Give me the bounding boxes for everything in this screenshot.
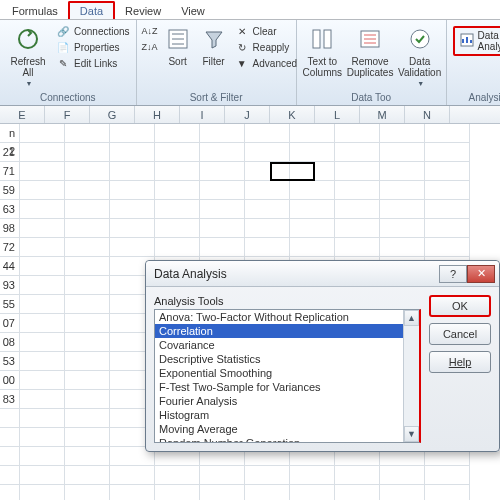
cell[interactable] (245, 143, 290, 162)
cell[interactable] (290, 219, 335, 238)
cell[interactable] (0, 409, 20, 428)
remove-duplicates-button[interactable]: Remove Duplicates (348, 24, 392, 78)
cell[interactable] (110, 162, 155, 181)
cell[interactable]: 59 (0, 181, 20, 200)
cell[interactable] (20, 466, 65, 485)
cancel-button[interactable]: Cancel (429, 323, 491, 345)
data-validation-button[interactable]: Data Validation ▼ (398, 24, 441, 87)
list-item[interactable]: Covariance (155, 338, 419, 352)
edit-links-button[interactable]: ✎Edit Links (56, 56, 130, 70)
cell[interactable] (155, 181, 200, 200)
cell[interactable] (290, 143, 335, 162)
list-item[interactable]: Random Number Generation (155, 436, 419, 443)
cell[interactable] (380, 124, 425, 143)
ok-button[interactable]: OK (429, 295, 491, 317)
scroll-down-icon[interactable]: ▼ (404, 426, 419, 442)
cell[interactable] (155, 466, 200, 485)
cell[interactable] (110, 143, 155, 162)
cell[interactable] (65, 390, 110, 409)
cell[interactable] (245, 466, 290, 485)
cell[interactable] (65, 257, 110, 276)
cell[interactable] (20, 143, 65, 162)
list-item[interactable]: F-Test Two-Sample for Variances (155, 380, 419, 394)
cell[interactable] (425, 162, 470, 181)
connections-button[interactable]: 🔗Connections (56, 24, 130, 38)
cell[interactable] (65, 371, 110, 390)
cell[interactable] (200, 143, 245, 162)
cell[interactable] (335, 219, 380, 238)
tab-formulas[interactable]: Formulas (2, 3, 68, 19)
cell[interactable]: n 2 (0, 124, 20, 143)
cell[interactable] (245, 485, 290, 500)
col-header[interactable]: G (90, 106, 135, 123)
cell[interactable] (65, 124, 110, 143)
help-button[interactable]: Help (429, 351, 491, 373)
col-header[interactable]: L (315, 106, 360, 123)
scroll-up-icon[interactable]: ▲ (404, 310, 419, 326)
cell[interactable] (155, 200, 200, 219)
active-cell[interactable] (270, 162, 315, 181)
cell[interactable] (380, 485, 425, 500)
cell[interactable] (65, 409, 110, 428)
cell[interactable] (20, 295, 65, 314)
cell[interactable]: 98 (0, 219, 20, 238)
reapply-button[interactable]: ↻Reapply (235, 40, 297, 54)
cell[interactable] (110, 181, 155, 200)
cell[interactable] (20, 162, 65, 181)
cell[interactable]: 44 (0, 257, 20, 276)
cell[interactable] (20, 485, 65, 500)
cell[interactable] (425, 238, 470, 257)
dialog-help-icon-button[interactable]: ? (439, 265, 467, 283)
col-header[interactable]: E (0, 106, 45, 123)
cell[interactable] (65, 295, 110, 314)
cell[interactable] (20, 333, 65, 352)
cell[interactable] (380, 219, 425, 238)
cell[interactable] (20, 124, 65, 143)
cell[interactable] (110, 200, 155, 219)
cell[interactable] (335, 143, 380, 162)
cell[interactable] (425, 200, 470, 219)
cell[interactable] (110, 485, 155, 500)
cell[interactable] (20, 371, 65, 390)
cell[interactable]: 08 (0, 333, 20, 352)
cell[interactable] (110, 466, 155, 485)
cell[interactable] (65, 162, 110, 181)
cell[interactable] (245, 238, 290, 257)
cell[interactable] (335, 124, 380, 143)
cell[interactable] (335, 181, 380, 200)
cell[interactable] (380, 181, 425, 200)
cell[interactable] (200, 466, 245, 485)
cell[interactable] (335, 162, 380, 181)
cell[interactable] (65, 485, 110, 500)
cell[interactable] (200, 124, 245, 143)
cell[interactable]: 21 (0, 143, 20, 162)
cell[interactable] (425, 124, 470, 143)
cell[interactable] (65, 428, 110, 447)
cell[interactable] (20, 276, 65, 295)
cell[interactable]: 93 (0, 276, 20, 295)
cell[interactable] (20, 238, 65, 257)
cell[interactable] (290, 466, 335, 485)
cell[interactable] (290, 238, 335, 257)
cell[interactable] (0, 485, 20, 500)
cell[interactable] (335, 200, 380, 219)
cell[interactable] (20, 447, 65, 466)
cell[interactable] (380, 238, 425, 257)
clear-button[interactable]: ✕Clear (235, 24, 297, 38)
cell[interactable] (65, 333, 110, 352)
cell[interactable]: 63 (0, 200, 20, 219)
sort-desc-button[interactable]: Z↓A (143, 40, 157, 54)
cell[interactable] (20, 428, 65, 447)
cell[interactable] (290, 124, 335, 143)
cell[interactable] (200, 181, 245, 200)
cell[interactable] (200, 162, 245, 181)
col-header[interactable]: H (135, 106, 180, 123)
cell[interactable] (245, 181, 290, 200)
cell[interactable] (335, 466, 380, 485)
cell[interactable] (200, 200, 245, 219)
cell[interactable] (155, 143, 200, 162)
cell[interactable] (425, 466, 470, 485)
cell[interactable] (65, 352, 110, 371)
cell[interactable] (155, 162, 200, 181)
cell[interactable] (155, 238, 200, 257)
